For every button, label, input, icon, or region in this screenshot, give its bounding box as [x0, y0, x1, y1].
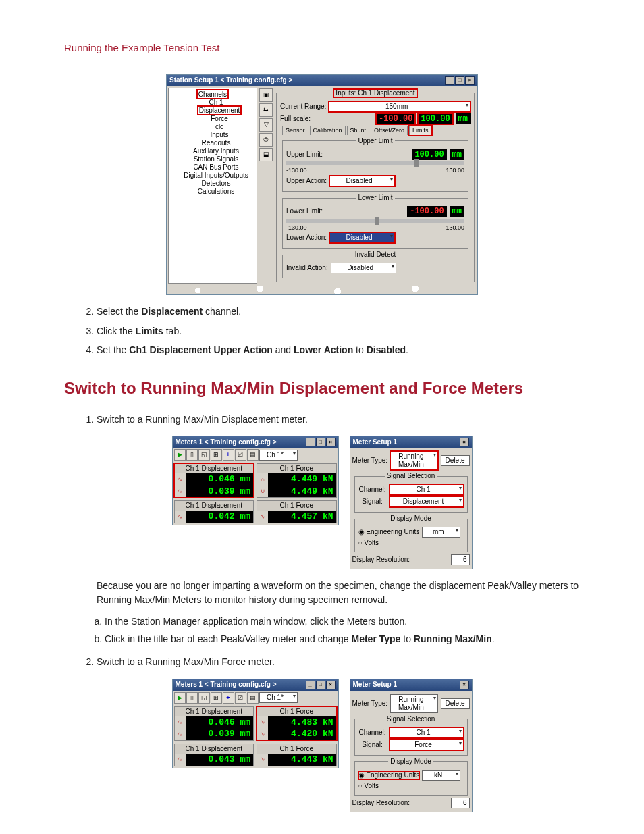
- substep-b: Click in the title bar of each Peak/Vall…: [105, 632, 580, 646]
- tree-displacement[interactable]: Displacement: [197, 105, 242, 115]
- meter-title[interactable]: Ch 1 Displacement: [175, 464, 254, 473]
- meters-title: Meters 1 < Training config.cfg >: [176, 438, 277, 446]
- tree-can[interactable]: CAN Bus Ports: [171, 163, 254, 172]
- scale-max: 130.00: [446, 224, 464, 232]
- eng-units-select[interactable]: mm: [422, 527, 460, 538]
- invalid-action-select[interactable]: Disabled: [331, 263, 396, 273]
- meter-type-select[interactable]: Running Max/Min: [390, 694, 437, 713]
- close-icon[interactable]: ×: [326, 681, 336, 689]
- volts-radio[interactable]: Volts: [358, 539, 379, 547]
- tab-sensor[interactable]: Sensor: [282, 126, 308, 135]
- resolution-spinner[interactable]: 6: [451, 554, 470, 565]
- signal-label: Signal:: [358, 498, 387, 506]
- channel-combo[interactable]: Ch 1*: [259, 450, 298, 461]
- tree-calc[interactable]: Calculations: [171, 188, 254, 196]
- delete-button[interactable]: Delete: [441, 698, 470, 709]
- close-icon[interactable]: ×: [460, 438, 469, 446]
- plus-icon[interactable]: +: [223, 692, 234, 704]
- tree-aux[interactable]: Auxiliary Inputs: [171, 147, 254, 155]
- because-paragraph: Because you are no longer imparting a wa…: [97, 579, 580, 606]
- lower-limit-slider[interactable]: [286, 219, 464, 223]
- meter-reading: 4.449 kN: [268, 473, 336, 486]
- tree-channels[interactable]: Channels: [196, 89, 229, 99]
- tab-limits[interactable]: Limits: [409, 126, 432, 135]
- meter-title[interactable]: Ch 1 Force: [257, 501, 336, 511]
- signal-select[interactable]: Displacement: [390, 496, 464, 507]
- tool-icon[interactable]: ◎: [259, 133, 273, 147]
- resolution-spinner[interactable]: 6: [451, 798, 470, 808]
- minimize-icon[interactable]: _: [306, 438, 315, 446]
- tree-readouts[interactable]: Readouts: [171, 139, 254, 147]
- tool-icon[interactable]: ◱: [198, 449, 210, 461]
- eng-units-select[interactable]: kN: [422, 770, 460, 781]
- meter-title[interactable]: Ch 1 Displacement: [175, 744, 254, 754]
- check-icon[interactable]: ☑: [235, 449, 246, 461]
- tool-icon[interactable]: ▣: [259, 88, 273, 102]
- tab-shunt[interactable]: Shunt: [347, 126, 370, 135]
- signal-selection-legend: Signal Selection: [385, 472, 437, 480]
- close-icon[interactable]: ×: [465, 76, 475, 85]
- delete-button[interactable]: Delete: [441, 455, 470, 466]
- tab-offsetzero[interactable]: Offset/Zero: [371, 126, 408, 135]
- meter-title[interactable]: Ch 1 Force: [257, 744, 336, 754]
- upper-action-select[interactable]: Disabled: [329, 176, 395, 186]
- meter-title[interactable]: Ch 1 Force: [257, 464, 336, 473]
- minimize-icon[interactable]: _: [445, 76, 454, 85]
- eng-units-radio[interactable]: Engineering Units: [358, 771, 420, 779]
- plus-icon[interactable]: +: [223, 449, 234, 461]
- tree-dio[interactable]: Digital Inputs/Outputs: [171, 172, 254, 180]
- maximize-icon[interactable]: □: [316, 681, 325, 689]
- signal-select[interactable]: Force: [390, 739, 464, 750]
- channel-select[interactable]: Ch 1: [390, 727, 464, 738]
- tree-force[interactable]: Force: [171, 115, 254, 123]
- meter-title[interactable]: Ch 1 Force: [257, 707, 336, 716]
- invalid-action-label: Invalid Action:: [286, 264, 328, 272]
- volts-radio[interactable]: Volts: [358, 782, 379, 790]
- tool-icon[interactable]: ⊞: [211, 692, 222, 704]
- minimize-icon[interactable]: _: [306, 681, 315, 689]
- close-icon[interactable]: ×: [460, 681, 469, 689]
- signal-selection-legend: Signal Selection: [385, 715, 437, 723]
- meter-type-select[interactable]: Running Max/Min: [390, 451, 437, 470]
- current-range-select[interactable]: 150mm: [329, 101, 471, 112]
- station-tree[interactable]: Channels Ch 1 Displacement Force clc Inp…: [168, 88, 257, 284]
- peak-icon: ∩: [257, 473, 268, 486]
- tree-det[interactable]: Detectors: [171, 180, 254, 188]
- tool-icon[interactable]: ▯: [186, 449, 198, 461]
- tree-sig[interactable]: Station Signals: [171, 155, 254, 163]
- tool-icon[interactable]: ▯: [186, 692, 198, 704]
- meter-reading: 0.046 mm: [186, 473, 254, 486]
- tool-icon[interactable]: ⬓: [259, 148, 273, 161]
- upper-limit-slider[interactable]: [286, 161, 464, 165]
- tool-icon[interactable]: ⊞: [211, 449, 222, 461]
- channel-combo[interactable]: Ch 1*: [259, 692, 298, 703]
- tab-calibration[interactable]: Calibration: [310, 126, 346, 135]
- tool-icon[interactable]: ▤: [247, 449, 259, 461]
- scale-min: -130.00: [286, 224, 307, 232]
- tool-icon[interactable]: ▤: [247, 692, 259, 704]
- peak-icon: ∿: [175, 473, 186, 486]
- play-icon[interactable]: ▶: [174, 449, 186, 461]
- channel-select[interactable]: Ch 1: [390, 484, 464, 495]
- tree-clc[interactable]: clc: [171, 123, 254, 131]
- eng-units-radio[interactable]: Engineering Units: [358, 528, 420, 536]
- meter-title[interactable]: Ch 1 Displacement: [175, 501, 254, 511]
- peak-icon: ∿: [175, 716, 186, 729]
- meter-title[interactable]: Ch 1 Displacement: [175, 707, 254, 716]
- tool-icon[interactable]: ⇆: [259, 103, 273, 117]
- step-3: Click the Limits tab.: [97, 324, 580, 338]
- lower-action-select[interactable]: Disabled: [329, 232, 395, 243]
- channel-label: Channel:: [358, 729, 387, 737]
- tool-icon[interactable]: ◱: [198, 692, 210, 704]
- lower-limit-unit: mm: [450, 206, 464, 217]
- fullscale-unit: mm: [456, 113, 471, 124]
- play-icon[interactable]: ▶: [174, 692, 186, 704]
- maximize-icon[interactable]: □: [455, 76, 464, 85]
- section-heading: Switch to Running Max/Min Displacement a…: [64, 377, 580, 400]
- maximize-icon[interactable]: □: [316, 438, 325, 446]
- tree-inputs[interactable]: Inputs: [171, 131, 254, 139]
- tool-icon[interactable]: ▽: [259, 118, 273, 132]
- close-icon[interactable]: ×: [326, 438, 336, 446]
- check-icon[interactable]: ☑: [235, 692, 246, 704]
- meters-title: Meters 1 < Training config.cfg >: [176, 681, 277, 689]
